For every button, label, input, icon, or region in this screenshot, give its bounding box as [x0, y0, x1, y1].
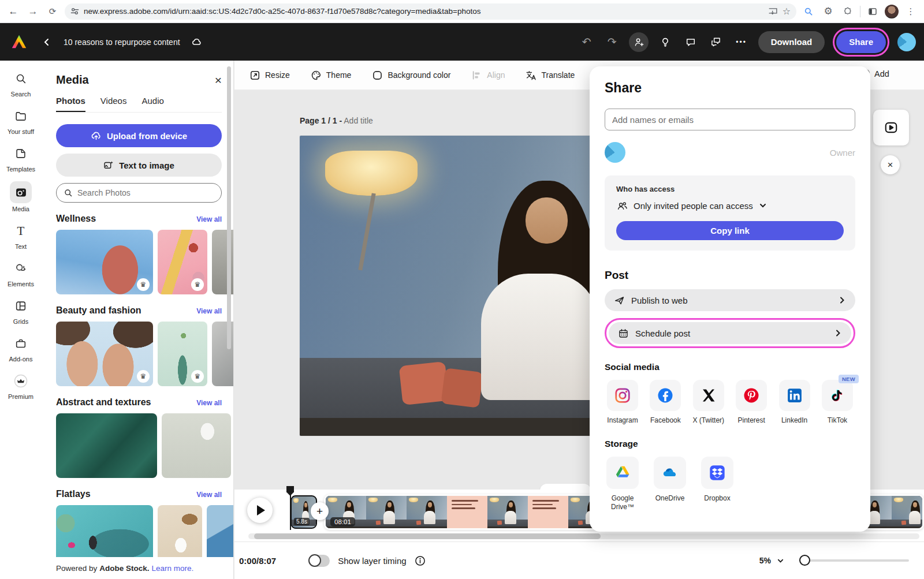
media-panel: Media × Photos Videos Audio Upload from … — [42, 61, 234, 579]
close-pages-icon[interactable]: × — [881, 155, 900, 174]
upload-from-device-button[interactable]: Upload from device — [56, 124, 222, 147]
stock-photo-thumbnail[interactable]: ♛ — [56, 230, 153, 294]
bookmark-star-icon[interactable]: ☆ — [783, 6, 791, 17]
zoom-slider-knob[interactable] — [799, 555, 810, 566]
theme-tool[interactable]: Theme — [311, 70, 352, 81]
sidebar-item-text[interactable]: T Text — [2, 221, 39, 250]
sidebar-item-premium[interactable]: Premium — [2, 371, 39, 400]
timeline-scrollbar[interactable] — [254, 533, 601, 539]
view-all-link[interactable]: View all — [196, 399, 222, 407]
sidebar-item-templates[interactable]: Templates — [2, 144, 39, 173]
view-all-link[interactable]: View all — [196, 491, 222, 499]
sidebar-item-media[interactable]: Media — [2, 181, 39, 212]
add-clip-button[interactable]: + — [311, 502, 329, 520]
access-dropdown[interactable]: Only invited people can access — [616, 200, 844, 211]
social-tiktok[interactable]: NEW TikTok — [819, 380, 855, 425]
browser-forward-icon[interactable]: → — [25, 4, 40, 19]
timeline-frame[interactable] — [892, 496, 924, 528]
comment-icon[interactable] — [682, 33, 699, 51]
sidebar-item-search[interactable]: Search — [2, 69, 39, 98]
social-pinterest[interactable]: Pinterest — [733, 380, 769, 425]
info-icon[interactable] — [415, 555, 426, 566]
text-icon: T — [10, 221, 32, 241]
install-app-icon[interactable] — [768, 6, 778, 16]
view-all-link[interactable]: View all — [196, 215, 222, 223]
sidebar-item-add-ons[interactable]: Add-ons — [2, 334, 39, 363]
social-facebook[interactable]: Facebook — [647, 380, 683, 425]
layer-timing-toggle[interactable] — [308, 555, 330, 567]
schedule-post-row[interactable]: Schedule post — [609, 322, 851, 344]
stock-photo-thumbnail[interactable]: ♛ — [56, 322, 153, 386]
panel-scrollbar[interactable] — [227, 66, 231, 349]
stock-photo-thumbnail[interactable]: ♛ — [158, 322, 207, 386]
background-color-tool[interactable]: Background color — [372, 70, 450, 81]
more-options-icon[interactable]: ••• — [733, 33, 750, 51]
account-avatar[interactable] — [897, 33, 916, 51]
social-x-twitter[interactable]: X (Twitter) — [691, 380, 726, 425]
sidebar-item-your-stuff[interactable]: Your stuff — [2, 106, 39, 135]
chevron-down-icon — [759, 201, 767, 210]
translate-tool[interactable]: Translate — [526, 70, 575, 81]
storage-google-drive[interactable]: Google Drive™ — [605, 457, 640, 511]
stock-photo-thumbnail[interactable]: ♛ — [158, 230, 207, 294]
share-button[interactable]: Share — [836, 31, 886, 53]
settings-gear-icon[interactable]: ⚙ — [821, 4, 836, 19]
close-panel-icon[interactable]: × — [215, 74, 222, 86]
timeline-frame[interactable] — [447, 496, 487, 528]
redo-icon[interactable]: ↷ — [603, 33, 621, 51]
browser-toolbar: ← → ⟳ new.express.adobe.com/id/urn:aaid:… — [0, 0, 924, 23]
zoom-slider[interactable] — [799, 559, 909, 562]
timeline-frame[interactable] — [366, 496, 407, 528]
photo-search-field[interactable] — [56, 183, 222, 203]
zoom-chevron-icon[interactable] — [777, 557, 784, 565]
search-extension-icon[interactable] — [801, 4, 816, 19]
x-twitter-icon — [701, 387, 717, 404]
url-text[interactable]: new.express.adobe.com/id/urn:aaid:sc:US:… — [84, 7, 763, 16]
site-settings-icon[interactable] — [70, 7, 79, 16]
video-page-icon — [884, 120, 899, 135]
document-title[interactable]: 10 reasons to repurpose content — [64, 38, 180, 47]
download-button[interactable]: Download — [758, 31, 825, 53]
tab-audio[interactable]: Audio — [141, 96, 163, 112]
invite-people-icon[interactable] — [629, 32, 649, 52]
storage-dropbox[interactable]: Dropbox — [699, 457, 735, 511]
stock-photo-thumbnail[interactable] — [162, 413, 231, 478]
timeline-frame[interactable] — [407, 496, 447, 528]
page-label[interactable]: Page 1 / 1 - Add title — [300, 116, 373, 125]
text-to-image-button[interactable]: Text to image — [56, 154, 222, 177]
publish-to-web-row[interactable]: Publish to web — [605, 289, 855, 311]
invite-emails-input[interactable] — [605, 109, 855, 130]
copy-link-button[interactable]: Copy link — [616, 221, 844, 240]
browser-profile-avatar[interactable] — [885, 5, 899, 18]
learn-more-link[interactable]: Learn more. — [152, 564, 194, 573]
ideas-lightbulb-icon[interactable] — [657, 33, 674, 51]
adobe-express-logo[interactable] — [10, 33, 28, 51]
section-title-wellness: Wellness — [56, 214, 96, 224]
timeline-frame[interactable] — [487, 496, 528, 528]
social-instagram[interactable]: Instagram — [605, 380, 640, 425]
storage-onedrive[interactable]: OneDrive — [652, 457, 688, 511]
zoom-level[interactable]: 5% — [759, 556, 771, 565]
chat-threads-icon[interactable] — [707, 33, 725, 51]
browser-menu-kebab-icon[interactable]: ⋮ — [903, 4, 918, 19]
side-panel-icon[interactable] — [865, 4, 880, 19]
address-bar[interactable]: new.express.adobe.com/id/urn:aaid:sc:US:… — [65, 3, 796, 20]
back-chevron-icon[interactable] — [38, 33, 55, 51]
play-button[interactable] — [247, 498, 273, 523]
extensions-puzzle-icon[interactable] — [840, 4, 855, 19]
view-all-link[interactable]: View all — [196, 307, 222, 315]
sidebar-item-grids[interactable]: Grids — [2, 296, 39, 325]
timeline-frame[interactable] — [528, 496, 568, 528]
undo-icon[interactable]: ↶ — [578, 33, 595, 51]
browser-reload-icon[interactable]: ⟳ — [45, 4, 60, 19]
stock-photo-thumbnail[interactable] — [56, 413, 157, 478]
photo-search-input[interactable] — [77, 188, 214, 197]
media-icon — [10, 181, 32, 203]
social-linkedin[interactable]: LinkedIn — [777, 380, 813, 425]
browser-back-icon[interactable]: ← — [6, 4, 21, 19]
tab-photos[interactable]: Photos — [56, 96, 85, 112]
tab-videos[interactable]: Videos — [100, 96, 127, 112]
resize-tool[interactable]: Resize — [249, 70, 290, 81]
sidebar-item-elements[interactable]: Elements — [2, 259, 39, 287]
page-thumbnail-card[interactable] — [873, 110, 909, 145]
